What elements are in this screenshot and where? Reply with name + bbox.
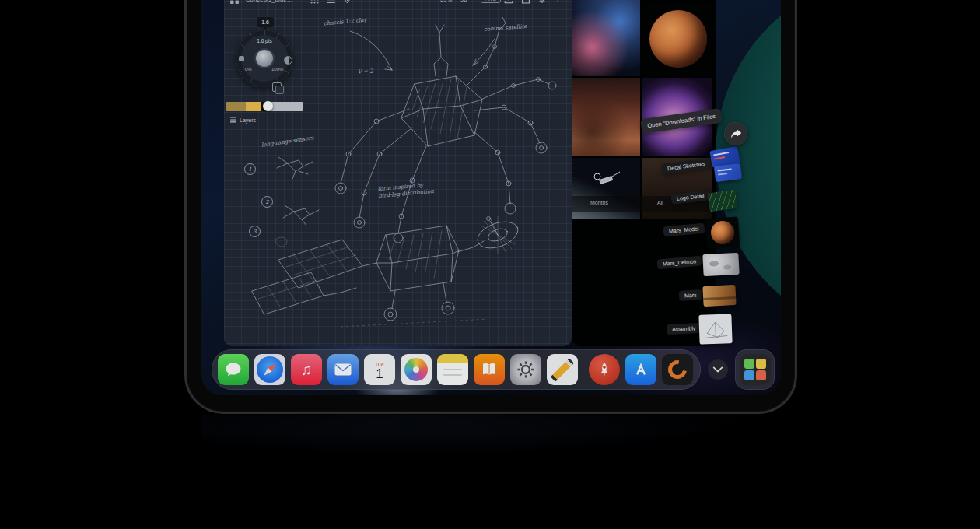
note-line xyxy=(443,374,462,376)
help-button[interactable]: ? xyxy=(556,0,560,3)
layers-panel-header[interactable]: Layers xyxy=(230,117,256,123)
document-title[interactable]: Concepts_blue… xyxy=(246,0,292,3)
download-icon[interactable] xyxy=(504,0,513,4)
share-drag-button[interactable] xyxy=(724,122,747,145)
annotation-formula: V = 2 xyxy=(358,68,373,75)
drag-item-label[interactable]: Mars xyxy=(679,289,702,301)
dock-sketch-app[interactable] xyxy=(547,354,578,385)
concepts-app-window[interactable]: Concepts_blue… 59% 90° PRO xyxy=(224,0,572,346)
share-icon[interactable] xyxy=(521,0,530,4)
apps-grid-icon[interactable] xyxy=(230,0,239,4)
dock-render-app[interactable] xyxy=(662,354,693,385)
drag-thumb-mars[interactable] xyxy=(702,285,736,307)
dock-suggested-app[interactable] xyxy=(740,354,771,385)
annotation-inspiration: form inspired by bird-leg distribution xyxy=(377,181,434,200)
annotation-step-2: 2 xyxy=(261,196,273,208)
rocket-icon xyxy=(595,360,614,379)
stage: Concepts_blue… 59% 90° PRO xyxy=(0,0,980,529)
brush-swatch-icon[interactable] xyxy=(239,56,244,61)
photos-flower-center xyxy=(413,366,419,373)
widget-grid-icon xyxy=(744,359,766,380)
layers-menu-icon xyxy=(230,117,236,123)
tab-months[interactable]: Months xyxy=(590,200,608,205)
layers-label: Layers xyxy=(240,117,256,123)
drag-thumb-assembly[interactable] xyxy=(698,314,732,344)
photo-nebula[interactable] xyxy=(572,0,640,76)
device-reflection xyxy=(202,415,778,457)
annotation-chassis: chassis 1:2 clay xyxy=(324,17,367,28)
ipad-device: Concepts_blue… 59% 90° PRO xyxy=(184,0,797,414)
color-slider[interactable] xyxy=(226,102,303,111)
pro-badge[interactable]: PRO xyxy=(481,0,501,3)
dock-notes-app[interactable] xyxy=(437,354,468,385)
dock-collapse-button[interactable] xyxy=(708,359,728,380)
dock-safari-app[interactable] xyxy=(254,354,285,385)
dock-suggested-island xyxy=(735,349,775,390)
envelope-icon xyxy=(334,363,352,376)
dock-settings-app[interactable] xyxy=(510,354,541,385)
tab-all[interactable]: All xyxy=(657,200,663,205)
drag-thumb-decal-2[interactable] xyxy=(714,163,742,182)
dock-photos-app[interactable] xyxy=(401,354,432,385)
settings-gear-icon[interactable] xyxy=(537,0,547,4)
opacity-min-label: 0% xyxy=(245,67,252,72)
c-ring-icon xyxy=(664,356,690,382)
zoom-level[interactable]: 59% xyxy=(440,0,453,3)
ipad-screen: Concepts_blue… 59% 90° PRO xyxy=(201,0,781,395)
drag-item-label[interactable]: Assembly xyxy=(667,323,702,335)
compass-needle-icon xyxy=(257,356,283,383)
grid-dots-icon[interactable] xyxy=(310,0,319,4)
color-slider-handle[interactable] xyxy=(263,101,273,111)
calendar-day: 1 xyxy=(376,367,383,380)
dock: ♫ Tue 1 xyxy=(212,349,701,390)
pencil-icon xyxy=(551,358,574,381)
photo-mars-surface[interactable] xyxy=(572,78,640,156)
brush-size-label: 1.6 pts xyxy=(245,38,284,44)
photo-mars-planet[interactable] xyxy=(642,3,712,75)
contrast-icon[interactable] xyxy=(284,56,292,65)
annotation-satellite: comms satellite xyxy=(484,23,527,33)
dock-mail-app[interactable] xyxy=(327,354,359,385)
layer-chip-icon[interactable] xyxy=(272,82,282,92)
brush-tool-wheel[interactable]: 1.6 pts 0% 100% xyxy=(236,30,293,87)
dock-rocket-app[interactable] xyxy=(589,354,620,385)
app-store-a-icon xyxy=(632,360,650,379)
dock-music-app[interactable]: ♫ xyxy=(291,354,322,385)
message-bubble-icon xyxy=(224,360,243,379)
menu-lines-icon[interactable] xyxy=(327,0,335,4)
dock-messages-app[interactable] xyxy=(218,354,249,385)
open-book-icon xyxy=(480,360,499,379)
opacity-max-label: 100% xyxy=(271,67,283,72)
annotation-step-3: 3 xyxy=(249,226,261,237)
brush-wheel-knob[interactable] xyxy=(256,50,273,67)
brush-size-tooltip: 1.6 xyxy=(257,17,274,27)
dock-calendar-app[interactable]: Tue 1 xyxy=(364,354,395,385)
note-line xyxy=(443,369,462,370)
annotation-sensors: long-range sensors xyxy=(261,135,314,149)
dock-divider xyxy=(583,356,583,384)
mars-sphere xyxy=(649,10,707,68)
chevron-down-icon xyxy=(712,365,724,374)
pen-nib-icon[interactable] xyxy=(343,0,352,4)
annotation-step-1: 1 xyxy=(244,163,256,175)
dock-app-store-app[interactable] xyxy=(625,354,656,385)
gear-icon xyxy=(516,359,536,380)
forward-arrow-icon xyxy=(730,128,742,140)
rotation-value[interactable]: 90° xyxy=(460,0,470,3)
drag-thumb-logo[interactable] xyxy=(708,190,738,212)
dock-books-app[interactable] xyxy=(474,354,505,385)
drag-thumb-mars-model[interactable] xyxy=(705,217,740,249)
drag-thumb-mars-deimos[interactable] xyxy=(702,253,739,276)
music-note-icon: ♫ xyxy=(301,361,313,379)
